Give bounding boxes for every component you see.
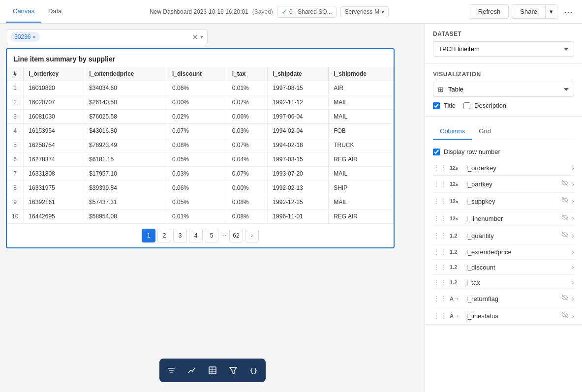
- filter-remove-button[interactable]: ×: [32, 34, 35, 40]
- chart-toolbar-button[interactable]: [182, 361, 202, 380]
- filter-clear-button[interactable]: ✕: [192, 32, 198, 42]
- funnel-icon: [229, 366, 238, 375]
- table-cell-4: 0.08%: [227, 210, 268, 224]
- col-hide-icon[interactable]: [561, 231, 569, 241]
- table-cell-4: 0.04%: [227, 152, 268, 167]
- table-cell-2: $26140.50: [84, 95, 167, 110]
- table-widget-title: Line item summary by supplier: [7, 49, 394, 67]
- table-cell-4: 0.07%: [227, 167, 268, 181]
- table-cell-6: FOB: [329, 124, 394, 138]
- page-btn-5[interactable]: 5: [205, 229, 218, 242]
- col-header-shipmode[interactable]: l_shipmode: [329, 67, 394, 81]
- table-cell-0: 3: [7, 110, 24, 124]
- table-cell-2: $58954.08: [84, 210, 167, 224]
- table-row: 1016442695$58954.080.01%0.08%1996-11-01R…: [7, 210, 394, 224]
- page-btn-62[interactable]: 62: [229, 229, 243, 242]
- col-expand-icon[interactable]: ›: [572, 164, 574, 172]
- col-hide-icon[interactable]: [561, 294, 569, 303]
- canvas-inner: 30236 × ✕ ▾ Line item summary by supplie…: [0, 24, 425, 392]
- col-header-tax[interactable]: l_tax: [227, 67, 268, 81]
- col-drag-handle[interactable]: ⋮⋮: [433, 180, 447, 188]
- col-type-icon: 12₃: [450, 215, 463, 222]
- page-btn-4[interactable]: 4: [189, 229, 203, 242]
- page-btn-2[interactable]: 2: [157, 229, 171, 242]
- refresh-button[interactable]: Refresh: [470, 4, 509, 19]
- col-expand-icon[interactable]: ›: [572, 248, 574, 256]
- col-hide-icon[interactable]: [561, 213, 569, 223]
- col-expand-icon[interactable]: ›: [572, 214, 574, 222]
- page-next-button[interactable]: ›: [245, 229, 259, 242]
- serverless-badge[interactable]: Serverless M ▾: [340, 6, 389, 17]
- tab-columns[interactable]: Columns: [433, 123, 472, 140]
- table-cell-3: 0.06%: [167, 181, 227, 195]
- description-checkbox-row[interactable]: Description: [463, 102, 506, 109]
- tab-grid[interactable]: Grid: [472, 123, 498, 140]
- col-hide-icon[interactable]: [561, 196, 569, 206]
- code-toolbar-button[interactable]: {}: [244, 361, 264, 380]
- col-drag-handle[interactable]: ⋮⋮: [433, 248, 447, 256]
- table-cell-5: 1992-02-13: [268, 181, 329, 195]
- col-drag-handle[interactable]: ⋮⋮: [433, 214, 447, 222]
- col-header-orderkey[interactable]: l_orderkey: [24, 67, 84, 81]
- page-btn-1[interactable]: 1: [142, 229, 155, 242]
- funnel-toolbar-button[interactable]: [223, 361, 243, 380]
- col-drag-handle[interactable]: ⋮⋮: [433, 164, 447, 172]
- title-checkbox-row[interactable]: Title: [433, 102, 456, 109]
- status-badge[interactable]: ✓ 0 - Shared SQ...: [277, 6, 337, 18]
- dataset-select[interactable]: TPCH lineitem: [433, 41, 574, 57]
- col-header-extendedprice[interactable]: l_extendedprice: [84, 67, 167, 81]
- table-cell-5: 1993-07-20: [268, 167, 329, 181]
- table-cell-1: 16081030: [24, 110, 84, 124]
- table-cell-4: 0.07%: [227, 95, 268, 110]
- tab-data[interactable]: Data: [41, 0, 68, 23]
- filter-dropdown-button[interactable]: ▾: [200, 33, 203, 40]
- filter-toolbar-button[interactable]: [161, 361, 181, 380]
- table-cell-2: $57437.31: [84, 195, 167, 210]
- table-cell-5: 1997-06-04: [268, 110, 329, 124]
- topbar: Canvas Data New Dashboard 2023-10-16 16:…: [0, 0, 582, 24]
- col-row: ⋮⋮1.2l_quantity›: [433, 227, 574, 244]
- title-checkbox[interactable]: [433, 102, 440, 109]
- table-cell-2: $76923.49: [84, 138, 167, 152]
- col-header-shipdate[interactable]: l_shipdate: [268, 67, 329, 81]
- col-expand-icon[interactable]: ›: [572, 263, 574, 271]
- display-row-number-checkbox[interactable]: [433, 149, 440, 155]
- table-cell-0: 1: [7, 81, 24, 95]
- more-options-button[interactable]: ⋯: [560, 4, 576, 20]
- col-drag-handle[interactable]: ⋮⋮: [433, 312, 447, 320]
- col-expand-icon[interactable]: ›: [572, 312, 574, 320]
- description-checkbox[interactable]: [463, 102, 470, 109]
- col-expand-icon[interactable]: ›: [572, 278, 574, 286]
- col-drag-handle[interactable]: ⋮⋮: [433, 197, 447, 205]
- col-row: ⋮⋮12₃l_orderkey›: [433, 160, 574, 176]
- tab-canvas[interactable]: Canvas: [6, 0, 41, 23]
- table-toolbar-button[interactable]: [203, 361, 222, 380]
- viz-select[interactable]: Table: [433, 82, 574, 97]
- table-cell-6: TRUCK: [329, 138, 394, 152]
- page-btn-3[interactable]: 3: [173, 229, 187, 242]
- col-expand-icon[interactable]: ›: [572, 197, 574, 205]
- table-cell-3: 0.05%: [167, 152, 227, 167]
- table-cell-1: 16258754: [24, 138, 84, 152]
- chart-icon: [187, 366, 196, 375]
- col-hide-icon[interactable]: [561, 179, 569, 189]
- table-cell-4: 0.07%: [227, 138, 268, 152]
- col-drag-handle[interactable]: ⋮⋮: [433, 263, 447, 271]
- share-dropdown-button[interactable]: ▾: [545, 4, 557, 19]
- col-hide-icon[interactable]: [561, 311, 569, 321]
- col-drag-handle[interactable]: ⋮⋮: [433, 278, 447, 286]
- table-row: 416153954$43016.800.07%0.03%1994-02-04FO…: [7, 124, 394, 138]
- page-dots: ···: [220, 232, 227, 239]
- table-cell-4: 0.00%: [227, 181, 268, 195]
- col-expand-icon[interactable]: ›: [572, 295, 574, 302]
- share-button[interactable]: Share: [512, 4, 545, 19]
- col-expand-icon[interactable]: ›: [572, 180, 574, 188]
- table-cell-0: 5: [7, 138, 24, 152]
- col-drag-handle[interactable]: ⋮⋮: [433, 295, 447, 302]
- col-drag-handle[interactable]: ⋮⋮: [433, 232, 447, 240]
- col-header-discount[interactable]: l_discount: [167, 67, 227, 81]
- col-expand-icon[interactable]: ›: [572, 232, 574, 240]
- bottom-toolbar: {}: [159, 359, 266, 382]
- share-split-button: Share ▾: [512, 4, 557, 19]
- table-icon: [208, 366, 217, 375]
